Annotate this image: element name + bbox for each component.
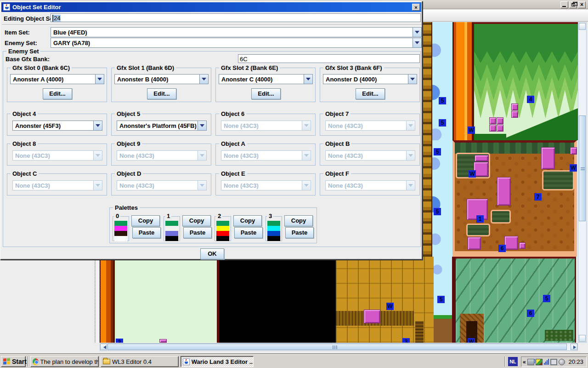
enemy-set-group-title: Enemy Set	[6, 48, 40, 55]
dialog-close-button[interactable]: ×	[412, 4, 420, 11]
palette-1-copy-button[interactable]: Copy	[182, 215, 211, 226]
task-button-wario-editor[interactable]: Wario Land 3 Editor ...	[181, 356, 254, 367]
selected-text: 24	[52, 15, 61, 22]
level-marker[interactable]: 5	[434, 148, 441, 155]
gfx-slot-2-edit-button[interactable]: Edit...	[251, 88, 281, 99]
palette-color	[216, 231, 229, 236]
ok-button[interactable]: OK	[200, 248, 224, 259]
chevron-down-icon[interactable]	[93, 121, 102, 130]
level-marker[interactable]: W	[570, 164, 577, 172]
level-marker[interactable]: 6	[527, 310, 534, 317]
item-set-combo[interactable]: Blue (4FED)	[51, 27, 422, 37]
chevron-down-icon[interactable]	[198, 121, 206, 130]
windows-logo-icon	[3, 358, 10, 365]
network-signal-icon[interactable]	[544, 359, 549, 365]
arrow-up-icon	[581, 25, 584, 29]
object-a-group: Object A None (43C3)	[215, 144, 316, 166]
chevron-down-icon[interactable]	[413, 38, 421, 47]
gfx-slot-2-combo[interactable]: Anonster C (4000)	[219, 74, 313, 84]
palette-1-label: 1	[165, 213, 171, 219]
object-7-combo: None (43C3)	[325, 121, 415, 131]
folder-icon	[103, 359, 110, 364]
task-button-browser[interactable]: The plan to develop the ...	[30, 356, 99, 367]
palette-0-paste-button[interactable]: Paste	[132, 227, 161, 238]
gfx-slot-1-edit-button[interactable]: Edit...	[147, 88, 176, 99]
tray-chevron-icon[interactable]: «	[523, 359, 526, 365]
object-5-combo[interactable]: Anonster's Platform (45FB)	[117, 121, 207, 131]
object-8-combo: None (43C3)	[12, 150, 102, 161]
palette-3-paste-button[interactable]: Paste	[285, 227, 314, 238]
level-marker[interactable]: 5	[439, 119, 446, 126]
gfx-slot-1-combo[interactable]: Anonster B (4000)	[114, 74, 209, 84]
level-marker[interactable]: 3	[402, 338, 410, 343]
enemy-set-label: Enemy Set:	[5, 40, 37, 46]
level-marker[interactable]: W	[469, 170, 476, 178]
palette-color	[267, 236, 280, 241]
object-4-combo[interactable]: Anonster (45F3)	[12, 121, 102, 131]
vertical-scrollbar[interactable]	[578, 22, 587, 343]
palettes-group-title: Palettes	[113, 204, 140, 211]
chevron-down-icon	[93, 181, 102, 190]
volume-computer-icon[interactable]	[527, 359, 534, 365]
level-marker[interactable]: W	[386, 303, 394, 310]
object-e-group: Object E None (43C3)	[215, 173, 316, 196]
chevron-down-icon[interactable]	[408, 75, 417, 84]
crystal-block	[468, 237, 481, 250]
scroll-up-button[interactable]	[579, 23, 586, 30]
task-button-folder[interactable]: WL3 Editor 0.4	[101, 356, 179, 367]
palette-3-copy-button[interactable]: Copy	[284, 215, 313, 226]
palette-1-paste-button[interactable]: Paste	[183, 227, 212, 238]
tray-clock: 20:23	[568, 358, 583, 365]
level-marker[interactable]: 2	[116, 339, 123, 343]
enemy-set-combo[interactable]: GARY (5A78)	[51, 38, 422, 48]
display-icon[interactable]	[550, 359, 557, 365]
minimize-button[interactable]	[560, 1, 568, 8]
chevron-down-icon[interactable]	[304, 75, 312, 84]
gfx-slot-0-combo[interactable]: Anonster A (4000)	[10, 74, 104, 84]
start-button[interactable]: Start	[1, 356, 26, 367]
vertical-scrollbar-thumb[interactable]	[579, 115, 586, 221]
object-b-combo: None (43C3)	[325, 150, 415, 161]
splitter-handle[interactable]	[95, 257, 100, 343]
level-marker[interactable]: 5	[434, 208, 441, 215]
tray-divider	[504, 356, 505, 367]
horizontal-scrollbar[interactable]	[100, 343, 578, 351]
scroll-left-button[interactable]	[100, 344, 107, 350]
gfx-slot-1-group: Gfx Slot 1 (Bank 6D) Anonster B (4000) E…	[111, 68, 211, 102]
level-marker[interactable]: W	[468, 338, 475, 343]
app-tray-icon[interactable]	[536, 359, 543, 365]
language-indicator[interactable]: NL	[508, 357, 518, 366]
level-marker[interactable]: 7	[534, 193, 542, 201]
horizontal-scrollbar-thumb[interactable]	[107, 344, 567, 350]
gfx-slot-3-edit-button[interactable]: Edit...	[356, 88, 385, 99]
gfx-slot-3-combo[interactable]: Anonster D (4000)	[323, 74, 417, 84]
restore-button[interactable]	[569, 1, 577, 8]
palette-2-paste-button[interactable]: Paste	[234, 227, 263, 238]
scroll-right-button[interactable]	[571, 344, 577, 350]
sound-icon[interactable]	[559, 359, 565, 365]
level-marker[interactable]: 1	[476, 215, 484, 223]
chevron-down-icon[interactable]	[413, 28, 421, 37]
palette-0-copy-button[interactable]: Copy	[131, 215, 160, 226]
level-marker[interactable]: 5	[437, 296, 445, 303]
gfx-slot-0-edit-button[interactable]: Edit...	[43, 88, 72, 99]
base-gfx-bank-field[interactable]: 6C	[238, 54, 420, 63]
object-b-group: Object B None (43C3)	[320, 144, 420, 166]
level-marker[interactable]: 6	[498, 245, 506, 252]
close-button[interactable]: ×	[578, 1, 586, 8]
chevron-down-icon[interactable]	[95, 75, 104, 84]
level-room-forest	[456, 257, 576, 343]
level-marker[interactable]: 5	[543, 295, 550, 302]
level-marker[interactable]: W	[468, 126, 475, 134]
chevron-down-icon	[302, 181, 311, 190]
dialog-titlebar[interactable]: Object Set Editor ×	[1, 2, 421, 12]
level-marker[interactable]: 4	[527, 96, 534, 103]
scroll-down-button[interactable]	[579, 335, 586, 342]
level-marker[interactable]: 5	[439, 97, 446, 104]
palette-2-copy-button[interactable]: Copy	[233, 215, 262, 226]
editor-empty-panel	[0, 257, 95, 343]
chevron-down-icon[interactable]	[199, 75, 208, 84]
editing-object-set-field[interactable]: 24	[51, 13, 421, 22]
arrow-left-icon	[102, 345, 106, 349]
chevron-down-icon	[406, 121, 415, 130]
